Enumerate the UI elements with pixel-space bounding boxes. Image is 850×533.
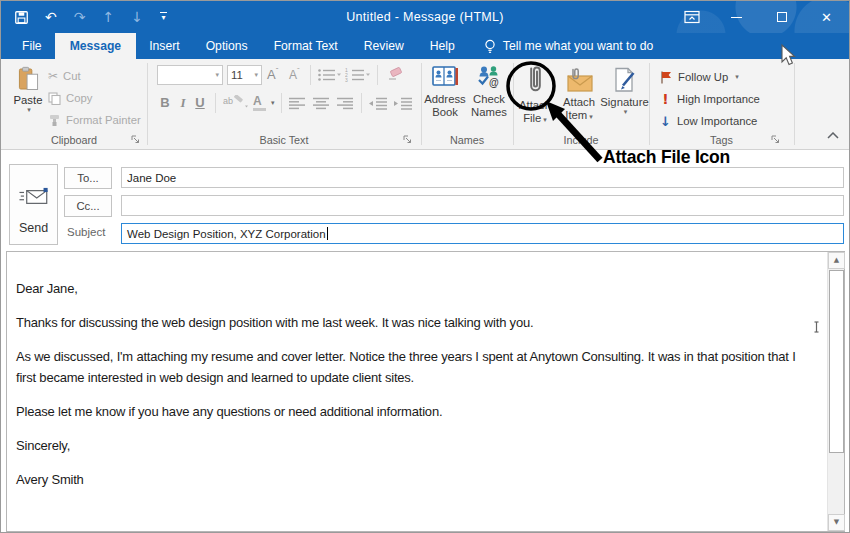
ribbon-display-options-button[interactable] [669,1,714,33]
paste-button[interactable]: Paste ▾ [10,66,46,114]
address-book-icon [432,65,459,88]
decrease-indent-icon [368,97,388,110]
send-button[interactable]: Send [9,164,58,245]
high-importance-button[interactable]: ! High Importance [659,90,760,108]
basic-text-dialog-launcher[interactable] [403,134,412,146]
maximize-button[interactable] [759,1,804,33]
body-paragraph: Avery Smith [16,469,806,490]
include-group-label: Include [564,134,599,146]
underline-button: U [192,95,208,110]
scroll-up-icon: ▲ [834,257,839,264]
grow-font-button: Aˆ [267,66,278,82]
scroll-down-icon: ▼ [834,519,839,526]
tell-me-label: Tell me what you want to do [503,39,653,53]
scrollbar-thumb[interactable] [829,270,844,453]
names-group: Address Book @ Check Names Names [421,59,513,149]
to-field[interactable]: Jane Doe [121,167,844,188]
clipboard-dialog-launcher[interactable] [131,134,140,146]
body-paragraph: Please let me know if you have any quest… [16,401,806,422]
font-name-combo[interactable]: ▾ [157,65,223,85]
subject-field[interactable]: Web Design Position, XYZ Corporation [121,223,844,244]
minimize-button[interactable] [714,1,759,33]
highlight-button: ab [223,95,249,112]
align-center-icon [312,97,330,110]
subject-label: Subject [67,226,105,238]
clipboard-group: Paste ▾ ✂ Cut Copy [1,59,147,149]
tab-insert[interactable]: Insert [136,33,192,59]
font-color-button: A [253,94,266,111]
tell-me-box[interactable]: Tell me what you want to do [484,33,653,59]
tab-review[interactable]: Review [351,33,417,59]
cc-field[interactable] [121,195,844,216]
align-left-icon [288,97,306,110]
align-left-button [288,97,306,112]
text-caret [327,227,328,240]
collapse-ribbon-button[interactable] [827,129,839,141]
scroll-up-button[interactable]: ▲ [828,252,845,269]
scroll-down-button[interactable]: ▼ [828,514,845,531]
tags-dialog-launcher[interactable] [771,134,780,146]
scissors-icon: ✂ [48,70,58,82]
maximize-icon [777,12,787,22]
clear-formatting-icon [387,66,404,81]
titlebar: ↶ ↷ ↑ ↓ ▾ Untitled - Message (HTML) ✕ [1,1,849,33]
tab-options[interactable]: Options [193,33,261,59]
minimize-icon [731,17,742,18]
format-painter-icon [48,114,61,127]
signature-button[interactable]: Signature ▾ [601,67,648,116]
copy-icon [48,92,61,105]
increase-indent-icon [393,97,413,110]
bullets-icon [317,68,341,82]
group-separator [794,63,795,145]
font-size-combo[interactable]: 11▾ [227,65,262,85]
address-book-button[interactable]: Address Book [423,65,467,119]
ribbon-tab-row: File Message Insert Options Format Text … [1,33,849,59]
shrink-font-button: Aˇ [289,66,300,82]
low-importance-button[interactable]: ↓ Low Importance [659,112,757,130]
body-paragraph: Sincerely, [16,435,806,456]
tags-group: Follow Up ▾ ! High Importance ↓ Low Impo… [649,59,794,149]
decrease-indent-button [368,97,388,112]
body-paragraph: Dear Jane, [16,278,806,299]
svg-text:@: @ [489,77,499,88]
align-right-button [336,97,354,112]
svg-text:3: 3 [345,77,348,82]
message-body-area[interactable]: Dear Jane, Thanks for discussing the web… [6,251,845,532]
basic-text-group: ▾ 11▾ Aˆ Aˇ 1 2 3 [147,59,421,149]
message-body-text[interactable]: Dear Jane, Thanks for discussing the web… [16,278,806,503]
attach-file-icon [525,63,545,97]
numbering-button: 1 2 3 [345,68,371,84]
names-group-label: Names [450,134,484,146]
signature-icon [612,67,637,93]
to-button[interactable]: To... [64,167,112,189]
flag-icon [659,70,673,84]
check-names-icon: @ [476,65,502,88]
ribbon-display-options-icon [684,10,700,24]
tab-file[interactable]: File [9,33,55,59]
align-right-icon [336,97,354,110]
attach-item-button[interactable]: Attach Item▾ [557,67,601,122]
tab-format-text[interactable]: Format Text [261,33,351,59]
body-paragraph: As we discussed, I'm attaching my resume… [16,346,806,388]
cc-button[interactable]: Cc... [64,195,112,217]
tab-help[interactable]: Help [417,33,468,59]
check-names-button[interactable]: @ Check Names [467,65,511,119]
bold-button: B [157,95,173,110]
outlook-message-window: ↶ ↷ ↑ ↓ ▾ Untitled - Message (HTML) ✕ Fi… [0,0,850,533]
tab-message[interactable]: Message [55,33,137,59]
chevron-up-icon [827,132,839,139]
clear-formatting-button [387,66,404,83]
paste-icon [18,66,39,92]
vertical-scrollbar[interactable]: ▲ ▼ [827,252,844,531]
basic-text-group-label: Basic Text [259,134,308,146]
numbering-icon: 1 2 3 [345,68,371,82]
follow-up-button[interactable]: Follow Up ▾ [659,68,739,86]
send-envelope-icon [18,187,50,207]
italic-button: I [175,95,191,111]
body-paragraph: Thanks for discussing the web design pos… [16,312,806,333]
attach-file-button[interactable]: Attach File▾ [514,63,556,125]
close-button[interactable]: ✕ [804,1,849,33]
high-importance-icon: ! [659,92,672,106]
low-importance-icon: ↓ [659,115,672,128]
bullets-button [317,68,341,84]
